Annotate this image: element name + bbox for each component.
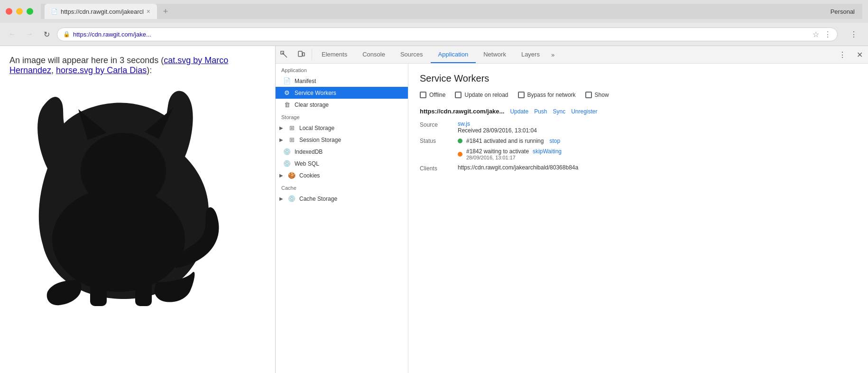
sw-url-row: https://cdn.rawgit.com/jake... Update Pu… — [420, 108, 857, 115]
sidebar-item-manifest[interactable]: 📄 Manifest — [276, 75, 408, 87]
sidebar-item-cache-storage[interactable]: ▶ 💿 Cache Storage — [276, 193, 408, 205]
local-storage-arrow-icon: ▶ — [279, 125, 283, 131]
sidebar-item-clear-storage[interactable]: 🗑 Clear storage — [276, 99, 408, 111]
url-colored-part: https://cdn.rawgit.com/jake... — [73, 31, 151, 38]
inspect-icon — [280, 51, 288, 58]
close-button[interactable] — [6, 8, 12, 15]
update-on-reload-checkbox[interactable]: Update on reload — [455, 92, 508, 98]
clear-storage-icon: 🗑 — [283, 101, 291, 108]
tab-network-label: Network — [483, 51, 506, 58]
devtools-close-button[interactable]: ✕ — [851, 46, 868, 63]
local-storage-icon: ⊞ — [288, 124, 295, 131]
sw-skipwaiting-link[interactable]: skipWaiting — [533, 148, 562, 155]
sidebar-item-local-storage[interactable]: ▶ ⊞ Local Storage — [276, 122, 408, 134]
tab-layers[interactable]: Layers — [514, 46, 547, 63]
devtools-body: Application 📄 Manifest ⚙ Service Workers… — [276, 64, 868, 373]
sidebar-section-storage-label: Storage — [281, 114, 300, 120]
svg-point-1 — [81, 133, 166, 209]
sw-source-link[interactable]: sw.js — [458, 121, 470, 127]
update-on-reload-checkbox-box[interactable] — [455, 92, 462, 98]
sw-source-label: Source — [420, 121, 458, 128]
sidebar-item-session-storage[interactable]: ▶ ⊞ Session Storage — [276, 134, 408, 146]
sw-update-action[interactable]: Update — [510, 108, 528, 115]
horse-svg-link[interactable]: horse.svg by Carla Dias — [56, 65, 147, 75]
minimize-button[interactable] — [16, 8, 23, 15]
sidebar-item-service-workers-label: Service Workers — [295, 90, 336, 96]
extensions-button[interactable]: ⋮ — [845, 26, 862, 43]
session-storage-icon: ⊞ — [288, 136, 295, 143]
more-tabs-button[interactable]: » — [547, 46, 558, 63]
cat-image — [9, 83, 266, 313]
profile-button[interactable]: Personal — [827, 6, 859, 17]
bookmark-icon[interactable]: ☆ — [813, 30, 819, 39]
service-worker-entry: https://cdn.rawgit.com/jake... Update Pu… — [420, 108, 857, 172]
sw-source-row: Source sw.js Received 28/09/2016, 13:01:… — [420, 121, 857, 134]
bypass-for-network-checkbox[interactable]: Bypass for network — [518, 92, 576, 98]
show-checkbox[interactable]: Show — [585, 92, 609, 98]
show-checkbox-box[interactable] — [585, 92, 592, 98]
new-tab-button[interactable]: + — [159, 5, 172, 18]
title-bar: 📄 https://cdn.rawgit.com/jakearcl × + Pe… — [0, 0, 868, 23]
page-text-after: ): — [147, 65, 152, 75]
tab-application[interactable]: Application — [431, 46, 476, 63]
indexeddb-icon: 💿 — [283, 148, 291, 155]
offline-checkbox[interactable]: Offline — [420, 92, 445, 98]
traffic-lights — [6, 8, 33, 15]
device-icon — [297, 51, 305, 58]
toolbar-buttons: ⋮ — [845, 26, 862, 43]
sw-unregister-action[interactable]: Unregister — [571, 108, 597, 115]
browser-tab[interactable]: 📄 https://cdn.rawgit.com/jakearcl × — [45, 4, 157, 19]
status-dot-orange — [458, 152, 462, 157]
device-toolbar-button[interactable] — [293, 46, 310, 63]
sw-push-action[interactable]: Push — [534, 108, 547, 115]
svg-rect-8 — [303, 53, 305, 56]
status-dot-green — [458, 139, 462, 143]
tab-favicon: 📄 — [51, 9, 58, 15]
maximize-button[interactable] — [27, 8, 33, 15]
sw-clients-value: https://cdn.rawgit.com/jakearchibald/803… — [458, 164, 578, 171]
sw-stop-link[interactable]: stop — [549, 138, 560, 144]
checkbox-row: Offline Update on reload Bypass for netw… — [420, 92, 857, 98]
sw-status-entry-1842: #1842 waiting to activate skipWaiting 28… — [458, 148, 562, 160]
devtools-sidebar: Application 📄 Manifest ⚙ Service Workers… — [276, 64, 408, 373]
tab-sources[interactable]: Sources — [393, 46, 431, 63]
devtools-toolbar: Elements Console Sources Application Net… — [276, 46, 868, 64]
bypass-for-network-checkbox-box[interactable] — [518, 92, 525, 98]
tab-url: https://cdn.rawgit.com/jakearcl — [61, 8, 144, 15]
tab-layers-label: Layers — [521, 51, 540, 58]
offline-label: Offline — [429, 92, 445, 98]
sidebar-section-application: Application — [276, 64, 408, 75]
tab-close-button[interactable]: × — [147, 8, 150, 15]
tab-application-label: Application — [438, 51, 469, 58]
offline-checkbox-box[interactable] — [420, 92, 426, 98]
page-text-mid: , — [51, 65, 56, 75]
sw-clients-url: https://cdn.rawgit.com/jakearchibald/803… — [458, 164, 578, 171]
sidebar-section-cache: Cache — [276, 181, 408, 193]
tab-bar: 📄 https://cdn.rawgit.com/jakearcl × + Pe… — [41, 4, 862, 19]
sidebar-item-websql[interactable]: 💿 Web SQL — [276, 158, 408, 169]
tab-network[interactable]: Network — [476, 46, 514, 63]
svg-rect-5 — [135, 278, 152, 306]
manifest-icon: 📄 — [283, 77, 291, 84]
devtools-right-buttons: ⋮ ✕ — [834, 46, 868, 63]
url-bar[interactable]: 🔒 https://cdn.rawgit.com/jake... ☆ ⋮ — [57, 28, 838, 41]
sw-sync-action[interactable]: Sync — [553, 108, 565, 115]
sidebar-item-manifest-label: Manifest — [295, 78, 316, 84]
url-menu-icon[interactable]: ⋮ — [824, 30, 831, 39]
inspect-element-button[interactable] — [276, 46, 293, 63]
sidebar-item-indexeddb[interactable]: 💿 IndexedDB — [276, 146, 408, 158]
svg-rect-7 — [298, 51, 302, 56]
sw-status-1842-date: 28/09/2016, 13:01:17 — [466, 155, 562, 160]
sidebar-item-service-workers[interactable]: ⚙ Service Workers — [276, 87, 408, 99]
devtools-settings-button[interactable]: ⋮ — [834, 46, 851, 63]
svg-rect-4 — [90, 278, 107, 306]
sw-received-text: Received 28/09/2016, 13:01:04 — [458, 127, 537, 134]
back-button[interactable]: ← — [6, 28, 19, 41]
tab-console[interactable]: Console — [355, 46, 393, 63]
tab-elements[interactable]: Elements — [314, 46, 355, 63]
forward-button[interactable]: → — [23, 28, 36, 41]
sidebar-item-cookies[interactable]: ▶ 🍪 Cookies — [276, 169, 408, 181]
url-text: https://cdn.rawgit.com/jake... — [73, 31, 810, 38]
sw-status-row: Status #1841 activated and is running st… — [420, 138, 857, 160]
reload-button[interactable]: ↻ — [40, 28, 53, 41]
